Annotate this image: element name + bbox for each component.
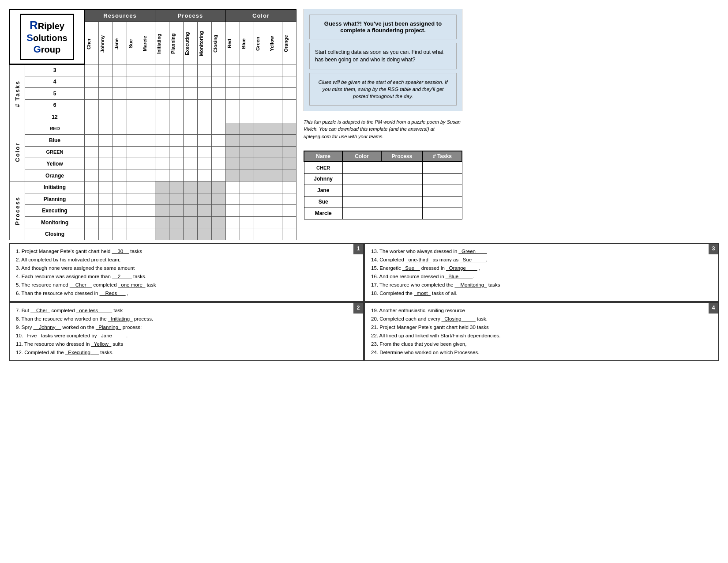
cell[interactable]: [240, 64, 254, 76]
cell[interactable]: [212, 170, 226, 181]
answer-process-jane[interactable]: [381, 185, 423, 196]
cell[interactable]: [99, 216, 113, 228]
cell[interactable]: [212, 111, 226, 123]
cell[interactable]: [184, 170, 198, 181]
cell[interactable]: [240, 99, 254, 111]
cell[interactable]: [254, 181, 268, 193]
cell[interactable]: [198, 158, 212, 170]
cell[interactable]: [141, 76, 155, 88]
cell[interactable]: [127, 158, 141, 170]
cell[interactable]: [141, 216, 155, 228]
cell[interactable]: [141, 64, 155, 76]
cell[interactable]: [254, 76, 268, 88]
cell[interactable]: [85, 99, 99, 111]
cell[interactable]: [127, 170, 141, 181]
cell[interactable]: [184, 76, 198, 88]
cell[interactable]: [155, 146, 169, 158]
cell[interactable]: [169, 135, 184, 147]
answer-process-sue[interactable]: [381, 196, 423, 208]
cell[interactable]: [99, 146, 113, 158]
cell[interactable]: [113, 181, 127, 193]
cell[interactable]: [254, 99, 268, 111]
cell[interactable]: [198, 146, 212, 158]
cell[interactable]: [141, 88, 155, 100]
cell[interactable]: [226, 99, 240, 111]
cell[interactable]: [113, 216, 127, 228]
cell[interactable]: [240, 111, 254, 123]
cell[interactable]: [254, 88, 268, 100]
cell[interactable]: [198, 123, 212, 135]
cell[interactable]: [99, 181, 113, 193]
cell[interactable]: [226, 193, 240, 205]
cell[interactable]: [184, 111, 198, 123]
cell[interactable]: [113, 64, 127, 76]
cell[interactable]: [141, 228, 155, 240]
cell[interactable]: [282, 193, 296, 205]
cell[interactable]: [127, 111, 141, 123]
cell[interactable]: [85, 181, 99, 193]
cell[interactable]: [212, 158, 226, 170]
answer-process-cher[interactable]: [381, 162, 423, 173]
cell[interactable]: [282, 76, 296, 88]
cell[interactable]: [85, 170, 99, 181]
cell[interactable]: [141, 135, 155, 147]
cell[interactable]: [198, 170, 212, 181]
cell[interactable]: [85, 76, 99, 88]
cell[interactable]: [85, 193, 99, 205]
cell[interactable]: [169, 76, 184, 88]
cell[interactable]: [268, 205, 282, 217]
cell[interactable]: [282, 205, 296, 217]
cell[interactable]: [169, 170, 184, 181]
cell[interactable]: [212, 146, 226, 158]
cell[interactable]: [268, 228, 282, 240]
cell[interactable]: [282, 64, 296, 76]
cell[interactable]: [155, 88, 169, 100]
cell[interactable]: [226, 205, 240, 217]
cell[interactable]: [127, 146, 141, 158]
cell[interactable]: [99, 111, 113, 123]
cell[interactable]: [99, 99, 113, 111]
cell[interactable]: [113, 170, 127, 181]
answer-color-johnny[interactable]: [342, 173, 381, 185]
cell[interactable]: [141, 158, 155, 170]
answer-tasks-cher[interactable]: [423, 162, 462, 173]
cell[interactable]: [85, 158, 99, 170]
cell[interactable]: [226, 111, 240, 123]
cell[interactable]: [198, 88, 212, 100]
cell[interactable]: [85, 64, 99, 76]
cell[interactable]: [184, 123, 198, 135]
cell[interactable]: [226, 88, 240, 100]
cell[interactable]: [254, 205, 268, 217]
cell[interactable]: [99, 88, 113, 100]
cell[interactable]: [169, 99, 184, 111]
cell[interactable]: [240, 228, 254, 240]
cell[interactable]: [127, 181, 141, 193]
answer-tasks-jane[interactable]: [423, 185, 462, 196]
answer-color-marcie[interactable]: [342, 208, 381, 219]
cell[interactable]: [184, 146, 198, 158]
cell[interactable]: [254, 193, 268, 205]
cell[interactable]: [99, 170, 113, 181]
cell[interactable]: [127, 216, 141, 228]
cell[interactable]: [85, 228, 99, 240]
cell[interactable]: [85, 111, 99, 123]
cell[interactable]: [127, 64, 141, 76]
cell[interactable]: [268, 111, 282, 123]
answer-tasks-sue[interactable]: [423, 196, 462, 208]
cell[interactable]: [85, 216, 99, 228]
cell[interactable]: [240, 205, 254, 217]
cell[interactable]: [113, 228, 127, 240]
answer-color-jane[interactable]: [342, 185, 381, 196]
cell[interactable]: [141, 170, 155, 181]
cell[interactable]: [226, 76, 240, 88]
cell[interactable]: [226, 181, 240, 193]
cell[interactable]: [141, 111, 155, 123]
cell[interactable]: [113, 99, 127, 111]
cell[interactable]: [85, 123, 99, 135]
cell[interactable]: [155, 158, 169, 170]
cell[interactable]: [113, 193, 127, 205]
cell[interactable]: [169, 88, 184, 100]
cell[interactable]: [127, 123, 141, 135]
answer-tasks-johnny[interactable]: [423, 173, 462, 185]
cell[interactable]: [282, 228, 296, 240]
